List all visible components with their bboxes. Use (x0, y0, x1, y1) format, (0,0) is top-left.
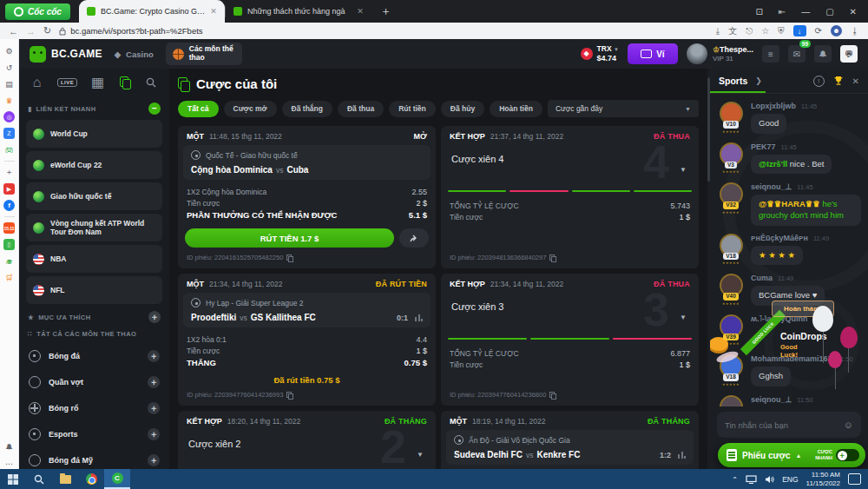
chat-input[interactable]: Tin nhắn của bạn ☺ (717, 412, 861, 438)
expand-chevron-icon[interactable]: ▼ (680, 166, 687, 174)
back-button[interactable]: ← (9, 26, 18, 36)
add-favorite-button[interactable]: ＋ (148, 311, 161, 323)
new-tab-button[interactable]: ＋ (380, 3, 391, 19)
downloads-icon[interactable]: ⭳ (851, 26, 859, 36)
extension-icon[interactable]: ⟳ (815, 26, 822, 36)
quick-link-friendlies[interactable]: Giao hữu quốc tế (26, 182, 162, 210)
games-icon[interactable]: 🎮︎ (3, 144, 15, 155)
filter-open[interactable]: Cược mở (224, 101, 277, 117)
tab-search-icon[interactable]: ⇤ (779, 7, 786, 17)
copy-icon[interactable] (549, 392, 556, 399)
file-explorer-icon[interactable] (52, 469, 78, 489)
betslip-button[interactable]: Phiếu cược ▲ CƯỢC NHANH ＋ (718, 443, 865, 467)
tab-close-icon[interactable]: ✕ (210, 7, 217, 16)
network-icon[interactable] (746, 475, 757, 484)
filter-won[interactable]: Đã thắng (282, 101, 332, 117)
search-icon[interactable] (145, 76, 158, 89)
quick-link-nfl[interactable]: NFL (26, 276, 162, 304)
quick-link-eworld-cup[interactable]: eWorld Cup 22 (26, 151, 162, 179)
my-bets-icon[interactable] (118, 76, 131, 89)
quick-link-atp[interactable]: Vòng chung kết ATP World Tour Đơn Nam (26, 214, 162, 241)
filter-lost[interactable]: Đã thua (338, 101, 384, 117)
crown-icon[interactable]: ♛ (3, 95, 15, 106)
zalo-icon[interactable]: Z (3, 128, 15, 139)
sport-item-esports[interactable]: Esports＋ (26, 421, 162, 447)
save-page-icon[interactable]: ⤓ (716, 26, 720, 36)
add-shortcut-icon[interactable]: ＋ (3, 167, 15, 178)
sort-dropdown[interactable]: Cược gần đây ▼ (548, 100, 699, 117)
user-profile[interactable]: ♔Thespe... VIP 31 (687, 43, 753, 64)
profile-avatar[interactable]: ☻ (831, 25, 842, 36)
expand-icon[interactable]: ＋ (148, 402, 160, 414)
expand-chevron-icon[interactable]: ▼ (680, 314, 687, 321)
expand-icon[interactable]: ＋ (148, 454, 160, 466)
calendar-icon[interactable]: ▦ (91, 76, 104, 89)
chat-toggle-button[interactable]: 💬︎ (840, 45, 858, 63)
expand-chevron-icon[interactable]: ▼ (417, 451, 424, 459)
settings-gear-icon[interactable]: ⚙ (3, 45, 15, 56)
quick-bet-toggle[interactable]: ＋ (836, 449, 859, 461)
combo-bet-summary[interactable]: Cược xiên 3 3 ▼ (446, 293, 694, 334)
sport-item-basketball[interactable]: Bóng rổ＋ (26, 395, 162, 421)
window-minimize-button[interactable]: — (801, 7, 810, 17)
notification-bell-icon[interactable]: 🔔︎ (3, 441, 15, 453)
notifications-bell-icon[interactable]: 🔔︎ (814, 45, 832, 63)
filter-refund[interactable]: Hoàn tiền (490, 101, 542, 117)
filter-cashout[interactable]: Rút tiền (389, 101, 436, 117)
expand-icon[interactable]: ＋ (148, 428, 160, 440)
home-icon[interactable]: ⌂ (30, 76, 43, 89)
education-hat-icon[interactable]: 🎓︎ (3, 255, 15, 267)
language-indicator[interactable]: ENG (782, 475, 798, 484)
collapse-button[interactable]: – (148, 102, 161, 115)
share-icon[interactable]: ⎋ (746, 26, 753, 36)
share-bet-button[interactable] (399, 228, 429, 248)
quick-link-world-cup[interactable]: World Cup (26, 120, 162, 148)
chat-username[interactable]: seiqnou_⊥ (751, 395, 792, 404)
close-chat-icon[interactable]: ✕ (852, 76, 859, 86)
chat-username[interactable]: Lopxjxbljwb (751, 102, 796, 110)
user-mention[interactable]: @Izrš'll (759, 159, 787, 169)
filter-all[interactable]: Tất cả (178, 101, 219, 117)
emoji-icon[interactable]: ☺ (844, 420, 853, 430)
sport-item-tennis[interactable]: Quần vợt＋ (26, 369, 162, 395)
chat-username[interactable]: Cuma (751, 274, 773, 282)
nav-sports[interactable]: Các môn thể thao (166, 43, 242, 65)
forward-button[interactable]: → (26, 26, 36, 36)
volume-icon[interactable] (765, 475, 774, 484)
mail-icon[interactable]: ✉99 (788, 45, 806, 63)
address-bar[interactable]: bc.game/vi/sports?bt-path=%2Fbets (59, 26, 708, 36)
chat-username[interactable]: seiqnou_⊥ (751, 182, 792, 191)
copy-icon[interactable] (286, 254, 293, 261)
currency-selector[interactable]: ◆ TRX ▼ $4.74 (581, 45, 619, 63)
stats-icon[interactable] (678, 452, 686, 459)
history-icon[interactable]: ↺ (3, 62, 15, 73)
refresh-button[interactable]: ↻ (43, 25, 51, 36)
wallet-button[interactable]: Ví (628, 43, 678, 64)
match-info[interactable]: Ấn Độ - Giải Vô Địch Quốc Gia Sudeva Del… (446, 430, 694, 465)
browser-tab[interactable]: Những thách thức hàng ngà ✕ (226, 0, 372, 23)
messenger-icon[interactable]: ◎ (3, 111, 15, 122)
trophy-icon[interactable] (833, 76, 844, 86)
cart-icon[interactable]: 🛒︎ (3, 272, 15, 283)
stats-icon[interactable] (415, 314, 423, 321)
filter-cancelled[interactable]: Đã hủy (441, 101, 484, 117)
copy-icon[interactable] (286, 392, 293, 399)
bet-list-icon[interactable]: ≡ (762, 45, 779, 63)
shopee-sale-icon[interactable]: 15.11 (3, 222, 15, 234)
facebook-icon[interactable]: f (3, 200, 15, 211)
news-feed-icon[interactable]: ▤ (3, 78, 15, 89)
match-info[interactable]: Hy Lạp - Giải Super League 2 Proodeftiki… (183, 293, 431, 327)
shield-icon[interactable]: ⛨ (778, 26, 785, 36)
bcgame-logo[interactable]: BC.GAME (30, 46, 102, 63)
chat-room-tab[interactable]: Sports (719, 76, 747, 86)
combo-bet-summary[interactable]: Cược xiên 2 2 ▼ (183, 430, 431, 469)
taskbar-search-icon[interactable] (26, 469, 52, 489)
bookmark-star-icon[interactable]: ☆ (761, 26, 769, 36)
coccoc-menu-button[interactable]: Cốc cốc (5, 3, 70, 20)
start-button[interactable] (0, 469, 26, 489)
chat-username[interactable]: PEK77 (751, 142, 776, 151)
match-info[interactable]: Quốc Tế - Giao hữu quốc tế Cộng hòa Domi… (183, 145, 431, 180)
action-center-icon[interactable] (848, 473, 861, 485)
user-mention[interactable]: @♛♛HARA♛♛ (759, 199, 820, 208)
copy-icon[interactable] (549, 254, 556, 261)
